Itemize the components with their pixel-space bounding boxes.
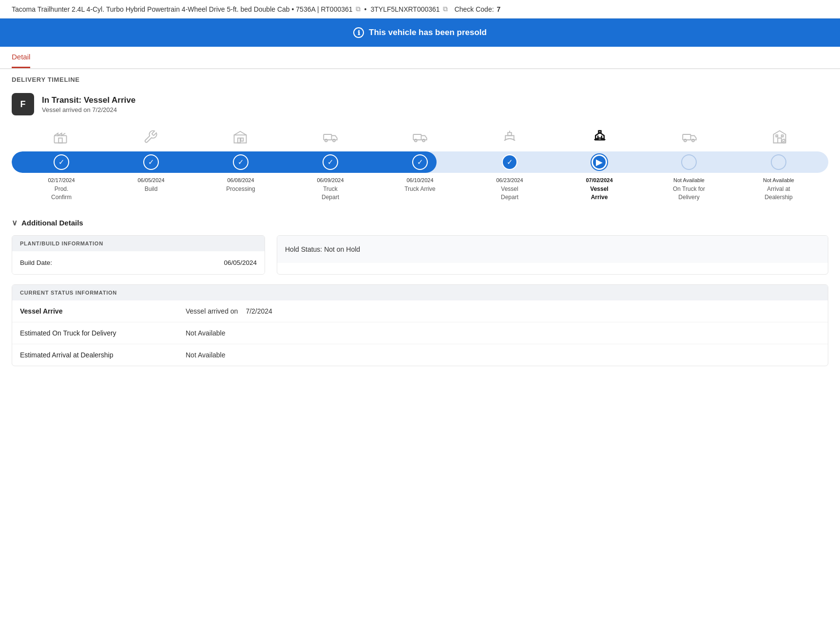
timeline-container: ✓ ✓ ✓ ✓ ✓ ✓ ▶ <box>0 120 840 213</box>
timeline-progress-bar: ✓ ✓ ✓ ✓ ✓ ✓ ▶ <box>12 151 828 173</box>
info-cards: PLANT/BUILD INFORMATION Build Date: 06/0… <box>12 235 828 275</box>
vessel-arrived-value: 7/2/2024 <box>246 307 272 315</box>
status-row: F In Transit: Vessel Arrive Vessel arriv… <box>0 86 840 120</box>
check-code-value: 7 <box>497 5 501 13</box>
svg-rect-1 <box>58 138 62 143</box>
current-status-label-1: Estimated On Truck for Delivery <box>20 329 186 337</box>
step-circle-3: ✓ <box>323 154 338 170</box>
additional-details-toggle[interactable]: ∨ Additional Details <box>12 218 828 227</box>
vin-separator: • <box>364 5 367 13</box>
timeline-step-5: ✓ <box>465 154 554 170</box>
label-step-1: 06/05/2024 Build <box>106 177 196 202</box>
current-status-row-0: Vessel Arrive Vessel arrived on 7/2/2024 <box>12 300 828 322</box>
step-circle-0: ✓ <box>54 154 69 170</box>
status-title: In Transit: Vessel Arrive <box>42 95 135 105</box>
label-step-8: Not Available Arrival atDealership <box>734 177 823 202</box>
current-status-section: CURRENT STATUS INFORMATION Vessel Arrive… <box>12 284 828 366</box>
step-circle-6: ▶ <box>592 154 607 170</box>
current-status-value-0: Vessel arrived on 7/2/2024 <box>186 307 272 315</box>
svg-point-14 <box>684 139 687 142</box>
top-header: Tacoma Trailhunter 2.4L 4-Cyl. Turbo Hyb… <box>0 0 840 19</box>
svg-point-7 <box>333 139 335 142</box>
icon-vessel-depart <box>465 125 554 149</box>
current-status-label-2: Estimated Arrival at Dealership <box>20 351 186 359</box>
timeline-step-2: ✓ <box>196 154 286 170</box>
timeline-step-4: ✓ <box>375 154 465 170</box>
icon-vessel-arrive <box>555 125 645 149</box>
label-step-4: 06/10/2024 Truck Arrive <box>375 177 465 202</box>
label-step-7: Not Available On Truck forDelivery <box>644 177 734 202</box>
build-date-value: 06/05/2024 <box>224 259 257 266</box>
step-circle-8 <box>771 154 786 170</box>
build-date-label: Build Date: <box>20 259 52 266</box>
additional-details-label: Additional Details <box>21 219 83 227</box>
timeline-step-1: ✓ <box>106 154 196 170</box>
svg-point-10 <box>422 139 425 142</box>
step-circle-4: ✓ <box>412 154 428 170</box>
svg-rect-5 <box>324 134 331 140</box>
svg-rect-8 <box>413 134 421 140</box>
presold-banner: ℹ This vehicle has been presold <box>0 19 840 47</box>
timeline-step-8 <box>734 154 823 170</box>
timeline-step-6: ▶ <box>554 154 644 170</box>
label-step-0: 02/17/2024 Prod.Confirm <box>17 177 106 202</box>
label-step-3: 06/09/2024 TruckDepart <box>286 177 375 202</box>
build-date-row: Build Date: 06/05/2024 <box>20 258 257 267</box>
vin-text: 3TYLF5LNXRT000361 <box>370 5 439 13</box>
hold-status-text: Hold Status: Not on Hold <box>277 236 828 263</box>
svg-point-15 <box>692 139 694 142</box>
status-text: In Transit: Vessel Arrive Vessel arrived… <box>42 95 135 113</box>
label-step-6: 07/02/2024 VesselArrive <box>554 177 644 202</box>
plant-build-card: PLANT/BUILD INFORMATION Build Date: 06/0… <box>12 235 265 275</box>
timeline-step-0: ✓ <box>17 154 106 170</box>
icon-truck-depart <box>285 125 375 149</box>
label-step-2: 06/08/2024 Processing <box>196 177 286 202</box>
additional-details-section: ∨ Additional Details PLANT/BUILD INFORMA… <box>0 213 840 284</box>
svg-point-9 <box>415 139 417 142</box>
presold-text: This vehicle has been presold <box>369 28 487 37</box>
current-status-value-1: Not Available <box>186 329 225 337</box>
current-status-row-1: Estimated On Truck for Delivery Not Avai… <box>12 322 828 344</box>
plant-build-body: Build Date: 06/05/2024 <box>12 251 265 274</box>
timeline-icons <box>12 125 828 149</box>
vessel-arrived-key: Vessel arrived on <box>186 307 238 315</box>
label-step-5: 06/23/2024 VesselDepart <box>465 177 554 202</box>
svg-point-6 <box>325 139 327 142</box>
step-circle-1: ✓ <box>143 154 159 170</box>
status-avatar: F <box>12 93 34 115</box>
timeline-step-7 <box>644 154 734 170</box>
section-label: Delivery Timeline <box>0 69 840 86</box>
plant-build-header: PLANT/BUILD INFORMATION <box>12 236 265 251</box>
copy-vin-icon2[interactable]: ⧉ <box>443 5 448 13</box>
svg-rect-0 <box>55 136 67 143</box>
svg-rect-3 <box>238 138 240 143</box>
current-status-label-0: Vessel Arrive <box>20 307 186 315</box>
timeline-step-3: ✓ <box>286 154 375 170</box>
arrival-dealership-value: Not Available <box>186 351 225 359</box>
svg-rect-13 <box>683 134 691 140</box>
current-status-header: CURRENT STATUS INFORMATION <box>12 285 828 300</box>
on-truck-value: Not Available <box>186 329 225 337</box>
svg-rect-11 <box>508 132 512 135</box>
status-subtitle: Vessel arrived on 7/2/2024 <box>42 106 135 113</box>
check-code-label: Check Code: <box>455 5 494 13</box>
copy-vin-icon[interactable]: ⧉ <box>356 5 361 13</box>
icon-warehouse <box>195 125 285 149</box>
timeline-labels: 02/17/2024 Prod.Confirm 06/05/2024 Build… <box>12 173 828 202</box>
icon-wrench <box>105 125 195 149</box>
chevron-icon: ∨ <box>12 218 18 227</box>
step-circle-5: ✓ <box>502 154 517 170</box>
icon-truck-delivery <box>645 125 734 149</box>
step-circle-2: ✓ <box>233 154 248 170</box>
nav-tabs: Detail <box>0 47 840 69</box>
hold-card: Hold Status: Not on Hold <box>277 235 828 275</box>
tab-detail[interactable]: Detail <box>12 47 30 68</box>
svg-rect-4 <box>241 138 243 141</box>
info-icon: ℹ <box>353 27 364 38</box>
vehicle-title: Tacoma Trailhunter 2.4L 4-Cyl. Turbo Hyb… <box>12 5 353 13</box>
current-status-value-2: Not Available <box>186 351 225 359</box>
icon-truck-arrive <box>375 125 465 149</box>
step-circle-7 <box>681 154 697 170</box>
icon-factory <box>16 125 105 149</box>
timeline-steps: ✓ ✓ ✓ ✓ ✓ ✓ ▶ <box>12 154 828 170</box>
